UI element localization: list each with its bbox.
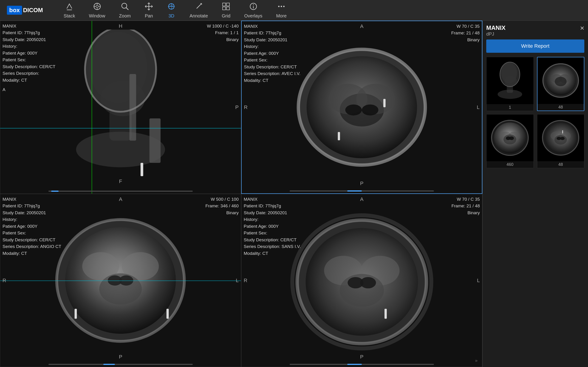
sidebar: MANIX dPJ × Write Report — [482, 21, 588, 367]
svg-point-71 — [555, 77, 567, 86]
tool-overlays[interactable]: Overlays — [237, 2, 269, 19]
vp-tr-age: Patient Age: 000Y — [244, 50, 300, 57]
vp-bl-patient: MANIX — [2, 196, 61, 202]
viewport-bottom-right[interactable]: MANIX Patient ID: 7Thjq7g Study Date: 20… — [241, 194, 482, 367]
thumb-img-1 — [486, 57, 534, 104]
vp-tl-patient: MANIX — [2, 23, 55, 29]
vp-bl-label-r: R — [2, 277, 6, 284]
thumb-img-48 — [537, 57, 584, 104]
logo-box: box — [7, 6, 22, 15]
thumbnail-460[interactable]: 460 — [486, 114, 534, 168]
svg-point-19 — [278, 6, 279, 7]
viewport-top-left[interactable]: MANIX Patient ID: 7Thjq7g Study Date: 20… — [0, 21, 241, 194]
zoom-icon — [121, 2, 129, 12]
vp-tr-studydate: Study Date: 20050201 — [244, 36, 300, 43]
svg-point-36 — [345, 104, 362, 115]
tool-pan[interactable]: Pan — [138, 2, 160, 19]
vp-bl-label-p: P — [119, 354, 122, 360]
svg-point-87 — [560, 137, 565, 140]
vp-tr-label-r: R — [244, 104, 248, 110]
annotate-icon — [194, 2, 203, 12]
vp-tl-label-p: P — [235, 104, 239, 110]
vp-tr-modality: Modality: CT — [244, 77, 300, 84]
svg-point-85 — [554, 135, 567, 145]
vp-br-modality: Modality: CT — [244, 250, 301, 257]
app-logo[interactable]: box DICOM — [7, 6, 43, 15]
viewport-grid: MANIX Patient ID: 7Thjq7g Study Date: 20… — [0, 21, 482, 367]
svg-point-57 — [360, 277, 376, 288]
vp-tr-scrollbar[interactable] — [290, 190, 434, 192]
tool-window[interactable]: Window — [82, 2, 112, 19]
vp-br-studydesc: Study Description: CER/CT — [244, 236, 301, 243]
vp-br-history: History: — [244, 216, 301, 223]
vp-tl-patientid: Patient ID: 7Thjq7g — [2, 29, 55, 36]
svg-rect-49 — [75, 309, 77, 319]
svg-point-55 — [340, 274, 384, 307]
write-report-button[interactable]: Write Report — [486, 40, 584, 53]
sidebar-subtitle: dPJ — [486, 31, 506, 37]
vp-br-label-a: A — [360, 196, 363, 202]
thumbnail-1[interactable]: 1 — [486, 57, 534, 111]
svg-point-37 — [362, 104, 378, 115]
svg-rect-40 — [338, 132, 340, 140]
vp-tl-label-h: H — [119, 23, 122, 29]
grid-icon — [222, 2, 230, 12]
tool-window-label: Window — [89, 13, 105, 19]
vp-bl-patientid: Patient ID: 7Thjq7g — [2, 202, 61, 209]
vp-bl-seriesdesc: Series Description: ANGIO CT — [2, 243, 61, 250]
vp-tr-frame: Frame: 21 / 48 — [451, 30, 480, 36]
main-content: MANIX Patient ID: 7Thjq7g Study Date: 20… — [0, 21, 588, 367]
vp-br-sex: Patient Sex: — [244, 230, 301, 236]
vp-tl-thumb — [51, 191, 58, 192]
toolbar: box DICOM Stack Window — [0, 0, 588, 21]
svg-rect-29 — [149, 118, 161, 163]
tool-zoom[interactable]: Zoom — [112, 2, 138, 19]
vp-bl-scrollbar[interactable] — [48, 364, 193, 365]
thumb-label-48-top: 48 — [537, 104, 584, 110]
vp-br-frame: Frame: 21 / 48 — [451, 202, 480, 209]
thumbnail-48-bottom[interactable]: 48 — [537, 114, 585, 168]
vp-tl-history: History: — [2, 43, 55, 50]
vp-bottom-right-info: MANIX Patient ID: 7Thjq7g Study Date: 20… — [244, 196, 301, 257]
svg-point-1 — [96, 5, 98, 8]
tool-annotate[interactable]: Annotate — [183, 2, 215, 19]
vp-br-scrollbar[interactable] — [290, 364, 434, 365]
vp-tl-scrollbar[interactable] — [48, 191, 193, 192]
vp-br-patientid: Patient ID: 7Thjq7g — [244, 202, 301, 209]
vp-tr-studydesc: Study Description: CER/CT — [244, 64, 300, 70]
viewport-top-right[interactable]: MANIX Patient ID: 7Thjq7g Study Date: 20… — [241, 21, 482, 194]
tool-more[interactable]: More — [269, 2, 294, 19]
vp-top-left-info-right: W 1000 / C -140 Frame: 1 / 1 Binary — [207, 23, 239, 43]
viewport-bottom-left[interactable]: MANIX Patient ID: 7Thjq7g Study Date: 20… — [0, 194, 241, 367]
vp-tr-label-l: L — [477, 104, 480, 110]
tool-3d-label: 3D — [168, 13, 174, 19]
vp-tr-window: W 70 / C 35 — [451, 23, 480, 30]
vp-bl-label-a: A — [119, 196, 122, 202]
sidebar-title: MANIX — [486, 24, 506, 31]
vp-bl-binary: Binary — [205, 209, 239, 216]
vp-bl-window: W 500 / C 100 — [205, 196, 239, 202]
close-button[interactable]: × — [580, 24, 584, 32]
vp-tl-binary: Binary — [207, 36, 239, 43]
thumbnail-48-top[interactable]: 48 — [537, 57, 585, 111]
window-icon — [93, 2, 102, 12]
thumb-svg-48b — [541, 118, 581, 158]
vp-tr-history: History: — [244, 43, 300, 50]
vp-bottom-left-info-right: W 500 / C 100 Frame: 346 / 460 Binary — [205, 196, 239, 216]
vp-tl-label-f: F — [119, 178, 122, 184]
tool-grid[interactable]: Grid — [215, 2, 237, 19]
vp-bl-sex: Patient Sex: — [2, 230, 61, 236]
crosshair-cyan-bl — [0, 281, 241, 281]
vp-br-window: W 70 / C 35 — [451, 196, 480, 202]
thumb-label-48-bottom: 48 — [537, 161, 584, 168]
tool-stack[interactable]: Stack — [57, 2, 82, 19]
vp-bl-studydate: Study Date: 20050201 — [2, 209, 61, 216]
thumb-svg-1 — [490, 60, 530, 100]
tool-3d[interactable]: 3D — [160, 2, 183, 19]
tool-zoom-label: Zoom — [119, 13, 131, 19]
stack-icon — [65, 2, 74, 12]
svg-rect-12 — [223, 3, 225, 6]
vp-bl-modality: Modality: CT — [2, 250, 61, 257]
vp-tl-sex: Patient Sex: — [2, 56, 55, 63]
svg-point-65 — [498, 90, 522, 99]
